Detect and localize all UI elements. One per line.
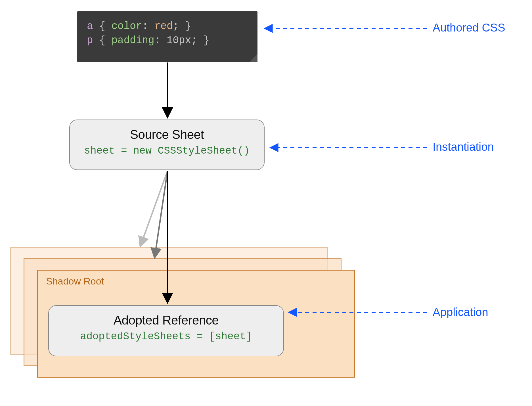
- semicolon-token: ;: [173, 20, 179, 32]
- value-token: 10px: [167, 35, 191, 46]
- source-sheet-code: sheet = new CSSStyleSheet(): [70, 145, 264, 157]
- arrow-source-to-shadow-back: [141, 171, 167, 246]
- selector-token: p: [87, 35, 93, 46]
- selector-token: a: [87, 20, 93, 32]
- adopted-reference-code: adoptedStyleSheets = [sheet]: [49, 331, 283, 342]
- brace-close-token: }: [185, 20, 191, 32]
- brace-close-token: }: [204, 35, 210, 46]
- diagram-canvas: a { color: red; } p { padding: 10px; } S…: [0, 0, 532, 406]
- code-line-2: p { padding: 10px; }: [87, 34, 248, 48]
- property-token: color: [111, 20, 142, 32]
- semicolon-token: ;: [191, 35, 197, 46]
- colon-token: :: [154, 35, 161, 46]
- colon-token: :: [142, 20, 148, 32]
- brace-open-token: {: [99, 20, 105, 32]
- code-line-1: a { color: red; }: [87, 19, 248, 34]
- source-sheet-box: Source Sheet sheet = new CSSStyleSheet(): [69, 120, 265, 170]
- authored-css-code-block: a { color: red; } p { padding: 10px; }: [77, 11, 257, 62]
- value-token: red: [154, 20, 173, 32]
- annotation-authored-css: Authored CSS: [433, 21, 505, 34]
- annotation-application: Application: [433, 306, 488, 319]
- brace-open-token: {: [99, 35, 105, 46]
- arrow-source-to-shadow-mid: [155, 171, 167, 257]
- shadow-root-label: Shadow Root: [46, 276, 104, 287]
- adopted-reference-title: Adopted Reference: [49, 313, 283, 327]
- annotation-instantiation: Instantiation: [433, 141, 494, 153]
- adopted-reference-box: Adopted Reference adoptedStyleSheets = […: [48, 305, 284, 356]
- property-token: padding: [111, 35, 154, 46]
- source-sheet-title: Source Sheet: [70, 127, 264, 142]
